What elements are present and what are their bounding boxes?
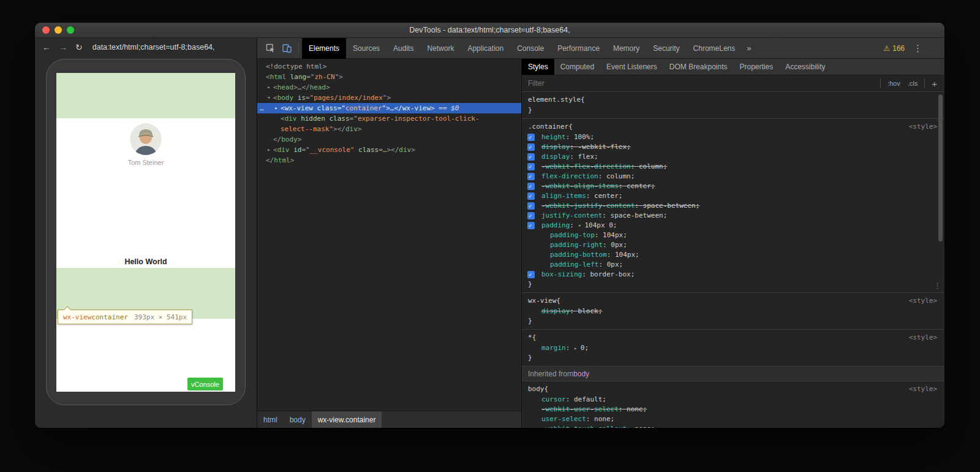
css-declaration[interactable]: ⚠-webkit-touch-callout: none; — [522, 424, 944, 428]
dom-tree-node[interactable]: select--mask"></div> — [257, 124, 521, 134]
declaration-checkbox[interactable]: ✓ — [527, 143, 535, 151]
expand-arrow-icon[interactable]: ▸ — [266, 145, 272, 155]
warnings-badge[interactable]: ⚠166 — [883, 44, 905, 53]
expand-arrow-icon[interactable]: ▾ — [578, 223, 585, 229]
css-declaration[interactable]: ✓padding: ▾ 104px 0; — [522, 221, 944, 230]
address-url[interactable]: data:text/html;charset=utf-8;base64, — [92, 43, 215, 51]
more-panels-chevron[interactable]: » — [742, 38, 756, 59]
dom-tree-node[interactable]: ▸<head>…</head> — [257, 82, 521, 93]
css-declaration[interactable]: -webkit-user-select: none; — [522, 405, 944, 414]
toggle-class-button[interactable]: .cls — [904, 80, 922, 87]
main-area: ← → ↻ data:text/html;charset=utf-8;base6… — [35, 38, 944, 428]
sidebar-tab-event-listeners[interactable]: Event Listeners — [600, 59, 663, 75]
tab-sources[interactable]: Sources — [346, 38, 386, 59]
css-declaration[interactable]: ✓box-sizing: border-box; — [522, 270, 944, 280]
inherited-node-link[interactable]: body — [573, 369, 589, 379]
new-style-rule-button[interactable]: + — [928, 78, 944, 89]
declaration-checkbox[interactable]: ✓ — [527, 173, 535, 180]
css-declaration[interactable]: display: block; — [522, 306, 944, 316]
declaration-checkbox[interactable]: ✓ — [527, 153, 535, 161]
css-declaration[interactable]: ✓-webkit-align-items: center; — [522, 181, 944, 191]
expand-arrow-icon[interactable]: ▸ — [273, 103, 279, 113]
declaration-checkbox[interactable]: ✓ — [527, 202, 535, 210]
device-screen: Tom Steiner Hello World wx-viewcontainer… — [56, 73, 235, 392]
css-declaration[interactable]: ✓align-items: center; — [522, 191, 944, 201]
sidebar-tab-dom-breakpoints[interactable]: DOM Breakpoints — [663, 59, 734, 75]
tab-application[interactable]: Application — [461, 38, 510, 59]
css-selector[interactable]: .container — [528, 122, 568, 132]
dom-tree-node[interactable]: <div hidden class="exparser-inspector-to… — [257, 113, 521, 124]
tab-memory[interactable]: Memory — [606, 38, 646, 59]
css-declaration[interactable]: ✓display: flex; — [522, 152, 944, 162]
zoom-window-button[interactable] — [67, 26, 74, 34]
tab-network[interactable]: Network — [420, 38, 461, 59]
declaration-checkbox[interactable]: ✓ — [527, 163, 535, 170]
scrollbar-thumb[interactable] — [938, 94, 943, 242]
vconsole-button[interactable]: vConsole — [187, 378, 223, 390]
dom-tree-node[interactable]: ▸<div id="__vconsole" class=…></div> — [257, 145, 521, 155]
css-declaration[interactable]: ✓-webkit-justify-content: space-between; — [522, 201, 944, 211]
tab-chromelens[interactable]: ChromeLens — [687, 38, 742, 59]
expand-arrow-icon[interactable]: ▸ — [266, 82, 272, 93]
warning-count: 166 — [892, 44, 905, 53]
declaration-checkbox[interactable]: ✓ — [527, 222, 535, 229]
css-declaration[interactable]: ✓display: -webkit-flex; — [522, 142, 944, 152]
css-declaration[interactable]: padding-left: 0px; — [522, 260, 944, 270]
toggle-hover-state-button[interactable]: :hov — [884, 80, 904, 87]
close-window-button[interactable] — [42, 26, 50, 34]
style-origin-link[interactable]: <style> — [909, 333, 937, 343]
css-declaration[interactable]: user-select: none; — [522, 414, 944, 424]
css-declaration[interactable]: padding-top: 104px; — [522, 230, 944, 240]
dom-tree-node[interactable]: </body> — [257, 134, 521, 145]
css-declaration[interactable]: ✓flex-direction: column; — [522, 172, 944, 181]
breadcrumb-item-wx-view-container[interactable]: wx-view.container — [312, 411, 382, 428]
reload-icon[interactable]: ↻ — [75, 42, 83, 52]
forward-icon[interactable]: → — [59, 42, 67, 52]
css-selector[interactable]: element.style — [528, 95, 581, 105]
css-declaration[interactable]: ✓justify-content: space-between; — [522, 211, 944, 221]
tab-performance[interactable]: Performance — [551, 38, 606, 59]
declaration-checkbox[interactable]: ✓ — [527, 192, 535, 200]
css-declaration[interactable]: padding-bottom: 104px; — [522, 250, 944, 260]
css-selector[interactable]: * — [528, 333, 532, 343]
sidebar-tab-properties[interactable]: Properties — [733, 59, 779, 75]
styles-filter-input[interactable] — [522, 79, 877, 88]
back-icon[interactable]: ← — [42, 42, 51, 52]
dom-tree-node[interactable]: </html> — [257, 155, 521, 166]
expand-arrow-icon[interactable]: ▾ — [266, 93, 272, 103]
declaration-checkbox[interactable]: ✓ — [527, 212, 535, 219]
css-declaration[interactable]: ✓-webkit-flex-direction: column; — [522, 162, 944, 172]
tab-security[interactable]: Security — [646, 38, 686, 59]
css-declaration[interactable]: margin: ▸ 0; — [522, 343, 944, 353]
css-selector[interactable]: wx-view — [528, 296, 556, 306]
minimize-window-button[interactable] — [55, 26, 62, 34]
expand-arrow-icon[interactable]: ▸ — [574, 345, 581, 351]
dom-tree-node[interactable]: <!doctype html> — [257, 61, 521, 72]
dom-tree-node[interactable]: ▾<body is="pages/index/index"> — [257, 93, 521, 103]
css-declaration[interactable]: ✓height: 100%; — [522, 132, 944, 142]
css-selector[interactable]: body — [528, 384, 545, 394]
tab-elements[interactable]: Elements — [302, 38, 346, 59]
sidebar-tab-accessibility[interactable]: Accessibility — [779, 59, 831, 75]
tab-console[interactable]: Console — [510, 38, 551, 59]
breadcrumb-item-html[interactable]: html — [257, 411, 284, 428]
style-origin-link[interactable]: <style> — [909, 384, 937, 394]
css-declaration[interactable]: padding-right: 0px; — [522, 240, 944, 250]
tab-audits[interactable]: Audits — [386, 38, 420, 59]
declaration-checkbox[interactable]: ✓ — [527, 134, 535, 141]
sidebar-tab-styles[interactable]: Styles — [522, 59, 554, 75]
sidebar-tab-computed[interactable]: Computed — [554, 59, 600, 75]
declaration-checkbox[interactable]: ✓ — [527, 183, 535, 190]
dom-tree-node[interactable]: …▸<wx-view class="container">…</wx-view>… — [257, 103, 521, 113]
devtools-menu-icon[interactable]: ⋮ — [913, 43, 922, 54]
inspect-element-icon[interactable] — [262, 38, 279, 59]
breadcrumb-item-body[interactable]: body — [284, 411, 312, 428]
dom-tree-node[interactable]: <html lang="zh-CN"> — [257, 72, 521, 82]
css-declaration[interactable]: cursor: default; — [522, 395, 944, 405]
styles-scrollbar[interactable] — [938, 93, 944, 428]
style-origin-link[interactable]: <style> — [909, 296, 937, 306]
declaration-checkbox[interactable]: ✓ — [527, 271, 535, 278]
style-origin-link[interactable]: <style> — [909, 122, 937, 132]
node-overflow-dots[interactable]: … — [260, 103, 264, 113]
device-toolbar-icon[interactable] — [279, 38, 295, 59]
